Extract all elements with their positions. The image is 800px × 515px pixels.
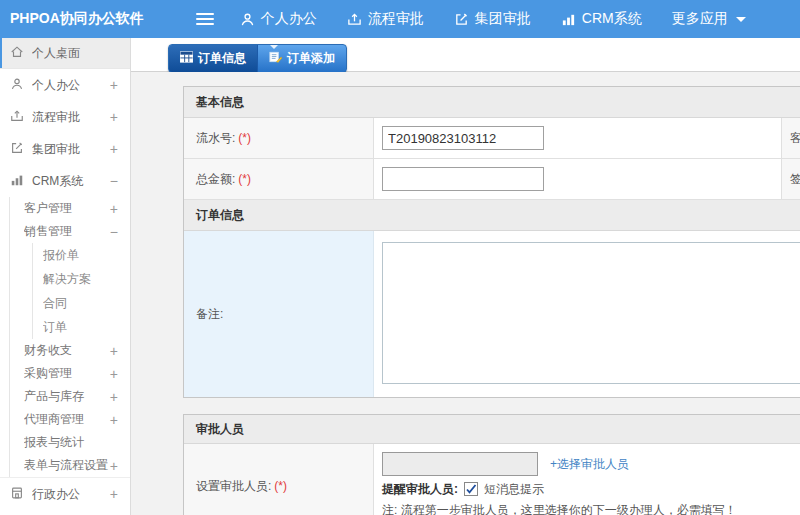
sidebar-item-label: 合同 bbox=[43, 295, 130, 312]
user-icon bbox=[10, 77, 24, 94]
tab-label: 订单添加 bbox=[287, 50, 335, 67]
choose-approver-link[interactable]: +选择审批人员 bbox=[550, 456, 629, 473]
approver-form: 审批人员 设置审批人员: (*) +选择审批人员 提醒审批人员: bbox=[183, 414, 800, 515]
tab-order-info[interactable]: 订单信息 bbox=[169, 45, 258, 72]
field-value-cell bbox=[374, 159, 781, 199]
sidebar-item-label: CRM系统 bbox=[32, 173, 102, 190]
form-row-total-amount: 总金额: (*) 签订时间: bbox=[184, 159, 800, 200]
tab-strip: 订单信息 订单添加 bbox=[131, 38, 800, 72]
nav-item-workflow-approval[interactable]: 流程审批 bbox=[347, 10, 424, 28]
total-amount-input[interactable] bbox=[382, 167, 544, 191]
required-marker: (*) bbox=[274, 479, 287, 493]
home-icon bbox=[10, 45, 24, 62]
collapse-icon[interactable]: − bbox=[110, 224, 130, 240]
sidebar-item-label: 个人办公 bbox=[32, 77, 102, 94]
sidebar-item-personal-office[interactable]: 个人办公 + bbox=[0, 69, 130, 101]
nav-item-more-apps[interactable]: 更多应用 bbox=[672, 10, 746, 28]
sidebar-item-order[interactable]: 订单 bbox=[33, 315, 130, 339]
label-text: 客户名称: bbox=[790, 130, 800, 147]
table-icon bbox=[180, 51, 193, 66]
remind-approver-label: 提醒审批人员: bbox=[382, 481, 458, 498]
approver-value-cell: +选择审批人员 提醒审批人员: 短消息提示 注: 流程第一步审批人员，这里选择你… bbox=[374, 444, 800, 515]
sms-prompt-label: 短消息提示 bbox=[484, 481, 544, 498]
crm-submenu: 客户管理 + 销售管理 − 报价单 解决方案 合同 订单 财务收支 + bbox=[9, 197, 130, 477]
sidebar-item-workflow-approval[interactable]: 流程审批 + bbox=[0, 101, 130, 133]
sidebar-item-finance[interactable]: 财务收支 + bbox=[10, 339, 130, 362]
tab-order-add[interactable]: 订单添加 bbox=[258, 45, 346, 72]
topbar: PHPOA协同办公软件 个人办公 流程审批 bbox=[0, 0, 800, 38]
section-header-basic-info: 基本信息 bbox=[184, 87, 800, 118]
sidebar-item-label: 产品与库存 bbox=[24, 388, 110, 405]
remark-textarea[interactable] bbox=[382, 242, 800, 384]
field-label-sign-time: 签订时间: bbox=[781, 159, 800, 199]
edit-icon bbox=[454, 12, 469, 27]
label-text: 总金额: bbox=[196, 171, 235, 188]
nav-item-group-approval[interactable]: 集团审批 bbox=[454, 10, 531, 28]
expand-icon[interactable]: + bbox=[110, 77, 130, 93]
serial-number-input[interactable] bbox=[382, 126, 544, 150]
hamburger-menu-icon[interactable] bbox=[196, 13, 214, 25]
nav-label: 个人办公 bbox=[261, 10, 317, 28]
expand-icon[interactable]: + bbox=[110, 109, 130, 125]
sidebar-item-label: 个人桌面 bbox=[32, 45, 130, 62]
remark-value-cell bbox=[374, 231, 800, 397]
sidebar-item-label: 报价单 bbox=[43, 247, 130, 264]
building-icon bbox=[10, 486, 24, 503]
sidebar-item-label: 采购管理 bbox=[24, 365, 110, 382]
expand-icon[interactable]: + bbox=[110, 343, 130, 359]
order-form: 基本信息 流水号: (*) 客户名称: 总金额: (*) bbox=[183, 86, 800, 398]
expand-icon[interactable]: + bbox=[110, 412, 130, 428]
collapse-icon[interactable]: − bbox=[110, 173, 130, 189]
approver-input[interactable] bbox=[382, 452, 538, 476]
sidebar-item-crm-system[interactable]: CRM系统 − bbox=[0, 165, 130, 197]
sidebar-item-contract[interactable]: 合同 bbox=[33, 291, 130, 315]
sidebar-item-form-workflow-settings[interactable]: 表单与流程设置 + bbox=[10, 454, 130, 477]
sidebar-item-label: 报表与统计 bbox=[24, 434, 130, 451]
expand-icon[interactable]: + bbox=[110, 389, 130, 405]
caret-down-icon bbox=[736, 17, 746, 22]
tab-label: 订单信息 bbox=[198, 50, 246, 67]
approver-note: 注: 流程第一步审批人员，这里选择你的下一级办理人，必需填写！ bbox=[382, 500, 800, 515]
sidebar-item-personal-desktop[interactable]: 个人桌面 bbox=[0, 38, 130, 68]
section-header-order-info: 订单信息 bbox=[184, 200, 800, 231]
label-text: 签订时间: bbox=[790, 171, 800, 188]
sidebar-item-products-inventory[interactable]: 产品与库存 + bbox=[10, 385, 130, 408]
chart-icon bbox=[10, 173, 24, 190]
content-area: 订单信息 订单添加 基本信息 流水号: bbox=[131, 38, 800, 515]
sidebar-item-purchasing[interactable]: 采购管理 + bbox=[10, 362, 130, 385]
sidebar-item-group-approval[interactable]: 集团审批 + bbox=[0, 133, 130, 165]
sidebar-item-label: 订单 bbox=[43, 319, 130, 336]
sidebar-item-administration[interactable]: 行政办公 + bbox=[0, 477, 130, 510]
chart-icon bbox=[561, 12, 576, 27]
sales-submenu: 报价单 解决方案 合同 订单 bbox=[32, 243, 130, 339]
sidebar-item-agent-management[interactable]: 代理商管理 + bbox=[10, 408, 130, 431]
sidebar-item-solution[interactable]: 解决方案 bbox=[33, 267, 130, 291]
main-panel: 基本信息 流水号: (*) 客户名称: 总金额: (*) bbox=[131, 72, 800, 515]
sidebar-item-label: 表单与流程设置 bbox=[24, 457, 110, 474]
sidebar-item-label: 财务收支 bbox=[24, 342, 110, 359]
app-logo: PHPOA协同办公软件 bbox=[10, 10, 144, 28]
nav-item-crm-system[interactable]: CRM系统 bbox=[561, 10, 642, 28]
sidebar-item-reports-statistics[interactable]: 报表与统计 bbox=[10, 431, 130, 454]
nav-item-personal-office[interactable]: 个人办公 bbox=[240, 10, 317, 28]
field-label-customer-name: 客户名称: bbox=[781, 118, 800, 158]
field-label-set-approver: 设置审批人员: (*) bbox=[184, 444, 374, 515]
sidebar-item-sales-management[interactable]: 销售管理 − bbox=[10, 220, 130, 243]
user-icon bbox=[240, 12, 255, 27]
expand-icon[interactable]: + bbox=[110, 366, 130, 382]
form-row-remark: 备注: bbox=[184, 231, 800, 397]
edit-icon bbox=[10, 141, 24, 158]
sidebar-item-label: 客户管理 bbox=[24, 200, 110, 217]
form-row-serial-number: 流水号: (*) 客户名称: bbox=[184, 118, 800, 159]
expand-icon[interactable]: + bbox=[110, 201, 130, 217]
nav-label: 流程审批 bbox=[368, 10, 424, 28]
sidebar-item-customer-management[interactable]: 客户管理 + bbox=[10, 197, 130, 220]
expand-icon[interactable]: + bbox=[110, 486, 130, 502]
expand-icon[interactable]: + bbox=[110, 141, 130, 157]
expand-icon[interactable]: + bbox=[110, 458, 130, 474]
sms-checkbox[interactable] bbox=[464, 482, 478, 496]
sidebar: 个人桌面 个人办公 + 流程审批 + 集团审批 + bbox=[0, 38, 131, 515]
sidebar-item-quotation[interactable]: 报价单 bbox=[33, 243, 130, 267]
label-text: 设置审批人员: bbox=[196, 478, 271, 495]
sidebar-item-label: 代理商管理 bbox=[24, 411, 110, 428]
